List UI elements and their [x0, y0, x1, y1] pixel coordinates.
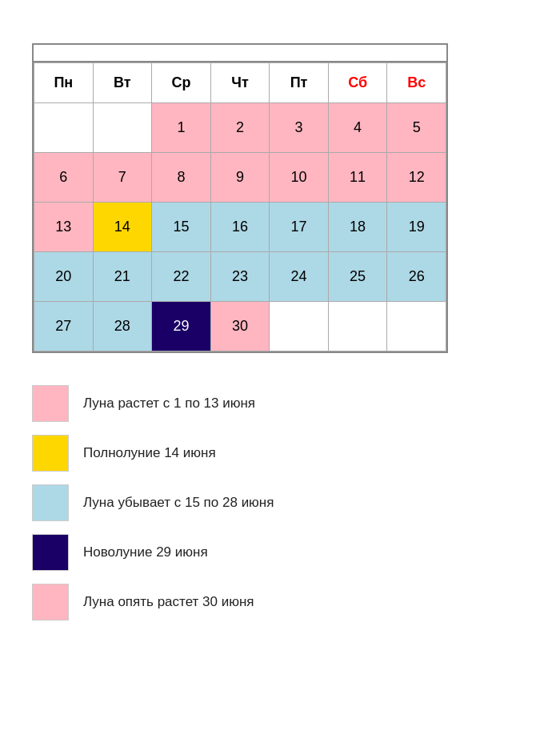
- weekday-header: Сб: [328, 63, 387, 103]
- table-row: 20212223242526: [34, 252, 446, 302]
- legend-label: Луна растет с 1 по 13 июня: [83, 396, 255, 412]
- calendar-cell: 2: [210, 103, 270, 153]
- legend-swatch: [32, 484, 69, 521]
- calendar-cell: 17: [270, 203, 329, 252]
- calendar-cell: 14: [93, 203, 152, 252]
- calendar-cell: 3: [270, 103, 329, 153]
- calendar-cell: 29: [152, 302, 211, 351]
- calendar-cell: [328, 302, 387, 351]
- calendar-cell: [34, 103, 94, 153]
- calendar-cell: 18: [328, 203, 387, 252]
- legend-swatch: [32, 584, 69, 620]
- calendar-cell: 28: [93, 302, 152, 351]
- calendar: ПнВтСрЧтПтСбВс 1234567891011121314151617…: [32, 43, 448, 353]
- calendar-cell: 25: [328, 252, 387, 302]
- calendar-cell: 13: [34, 203, 94, 252]
- calendar-table: ПнВтСрЧтПтСбВс 1234567891011121314151617…: [34, 62, 446, 351]
- weekday-header: Вт: [93, 63, 152, 103]
- legend-swatch: [32, 385, 69, 422]
- calendar-cell: 20: [34, 252, 94, 302]
- weekday-header: Ср: [152, 63, 211, 103]
- calendar-cell: 5: [387, 103, 446, 153]
- calendar-cell: 10: [270, 153, 329, 203]
- calendar-cell: 11: [328, 153, 387, 203]
- calendar-cell: [93, 103, 152, 153]
- legend-label: Полнолуние 14 июня: [83, 445, 216, 461]
- calendar-cell: 4: [328, 103, 387, 153]
- weekday-header: Чт: [210, 63, 270, 103]
- legend-item: Луна растет с 1 по 13 июня: [32, 385, 448, 422]
- calendar-cell: [387, 302, 446, 351]
- calendar-cell: 15: [152, 203, 211, 252]
- legend-swatch: [32, 435, 69, 472]
- legend-item: Луна убывает с 15 по 28 июня: [32, 484, 448, 521]
- legend-label: Луна убывает с 15 по 28 июня: [83, 495, 274, 511]
- weekday-header: Вс: [387, 63, 446, 103]
- calendar-cell: 30: [210, 302, 270, 351]
- calendar-cell: 24: [270, 252, 329, 302]
- legend-swatch: [32, 534, 69, 571]
- calendar-cell: [270, 302, 329, 351]
- calendar-cell: 12: [387, 153, 446, 203]
- calendar-cell: 8: [152, 153, 211, 203]
- calendar-cell: 26: [387, 252, 446, 302]
- table-row: 13141516171819: [34, 203, 446, 252]
- calendar-cell: 19: [387, 203, 446, 252]
- calendar-cell: 27: [34, 302, 94, 351]
- legend-item: Луна опять растет 30 июня: [32, 584, 448, 620]
- weekday-header: Пн: [34, 63, 94, 103]
- calendar-cell: 7: [93, 153, 152, 203]
- calendar-body: 1234567891011121314151617181920212223242…: [34, 103, 446, 351]
- table-row: 27282930: [34, 302, 446, 351]
- legend-label: Луна опять растет 30 июня: [83, 594, 254, 610]
- calendar-cell: 22: [152, 252, 211, 302]
- calendar-cell: 23: [210, 252, 270, 302]
- legend-label: Новолуние 29 июня: [83, 544, 208, 560]
- legend-item: Новолуние 29 июня: [32, 534, 448, 571]
- weekday-header-row: ПнВтСрЧтПтСбВс: [34, 63, 446, 103]
- month-header: [34, 45, 446, 62]
- table-row: 12345: [34, 103, 446, 153]
- calendar-cell: 1: [152, 103, 211, 153]
- legend: Луна растет с 1 по 13 июняПолнолуние 14 …: [32, 385, 448, 620]
- calendar-cell: 16: [210, 203, 270, 252]
- calendar-cell: 9: [210, 153, 270, 203]
- weekday-header: Пт: [270, 63, 329, 103]
- calendar-cell: 21: [93, 252, 152, 302]
- calendar-cell: 6: [34, 153, 94, 203]
- legend-item: Полнолуние 14 июня: [32, 435, 448, 472]
- table-row: 6789101112: [34, 153, 446, 203]
